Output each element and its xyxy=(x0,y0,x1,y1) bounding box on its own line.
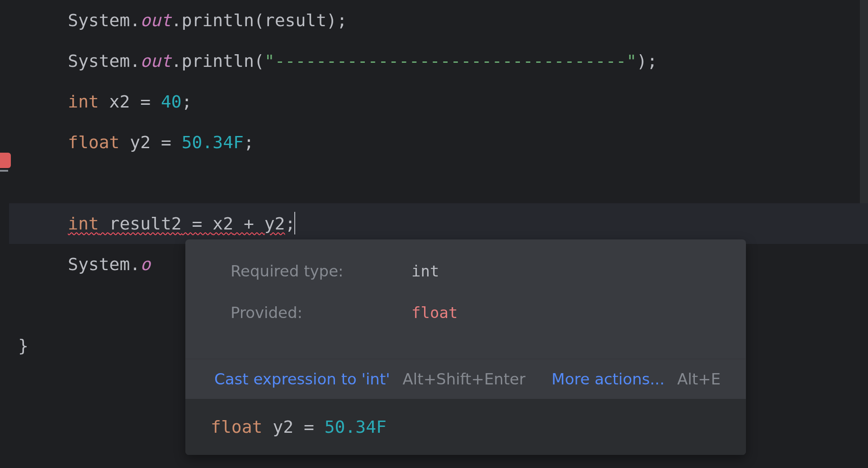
tooltip-actions: Cast expression to 'int' Alt+Shift+Enter… xyxy=(185,359,746,399)
more-actions-shortcut: Alt+E xyxy=(677,370,721,388)
required-type-value: int xyxy=(411,262,439,280)
string-literal: "----------------------------------" xyxy=(264,51,637,71)
class-ref: System xyxy=(68,10,130,30)
required-type-label: Required type: xyxy=(231,262,411,280)
tooltip-row-provided: Provided: float xyxy=(231,304,701,322)
error-tooltip: Required type: int Provided: float Cast … xyxy=(185,239,746,455)
code-line: int x2 = 40; xyxy=(9,81,868,122)
code-line: System.out.println("--------------------… xyxy=(9,41,868,81)
type-keyword: int xyxy=(68,92,99,112)
cast-expression-action[interactable]: Cast expression to 'int' xyxy=(214,370,390,388)
field-ref: out xyxy=(140,10,171,30)
tooltip-body: Required type: int Provided: float xyxy=(185,239,746,359)
code-line-blank xyxy=(9,163,868,203)
more-actions-link[interactable]: More actions... xyxy=(552,370,665,388)
tooltip-code-snippet: float y2 = 50.34F xyxy=(185,399,746,455)
number-literal: 40 xyxy=(161,92,182,112)
code-line-error: int result2 = x2 + y2; xyxy=(9,203,868,244)
cast-shortcut: Alt+Shift+Enter xyxy=(403,370,526,388)
method-call: println xyxy=(182,10,254,30)
text-cursor xyxy=(294,212,295,234)
error-span: int result2 = x2 + y2 xyxy=(68,214,285,234)
provided-type-label: Provided: xyxy=(231,304,411,322)
provided-type-value: float xyxy=(411,304,458,322)
code-line: float y2 = 50.34F; xyxy=(9,122,868,163)
code-line: System.out.println(result); xyxy=(9,0,868,41)
tooltip-row-required: Required type: int xyxy=(231,262,701,280)
gutter-marker xyxy=(0,170,8,172)
